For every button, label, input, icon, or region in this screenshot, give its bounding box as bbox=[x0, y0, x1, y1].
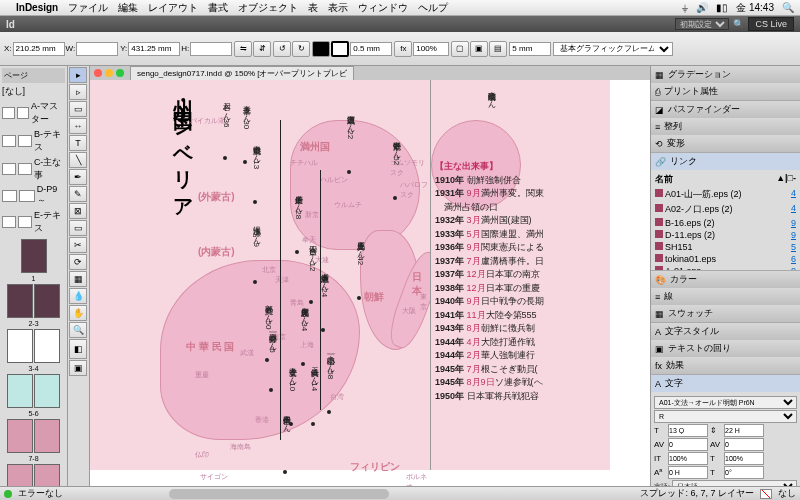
document-tab[interactable]: sengo_design0717.indd @ 150% [オーバープリントプレ… bbox=[130, 66, 354, 81]
link-row[interactable]: SH1515 bbox=[655, 241, 796, 253]
font-size-field[interactable] bbox=[668, 424, 708, 437]
wrap-around-icon[interactable]: ▣ bbox=[470, 41, 488, 57]
stroke-weight[interactable] bbox=[350, 42, 392, 56]
scissors-tool[interactable]: ✂ bbox=[69, 237, 87, 253]
stroke-tab[interactable]: 線 bbox=[664, 290, 673, 303]
textwrap-tab[interactable]: テキストの回り bbox=[668, 342, 731, 355]
wifi-icon[interactable]: ⏚ bbox=[682, 2, 688, 13]
wrap-none-icon[interactable]: ▢ bbox=[451, 41, 469, 57]
h-field[interactable] bbox=[190, 42, 232, 56]
flip-v-icon[interactable]: ⇵ bbox=[253, 41, 271, 57]
preflight-text[interactable]: エラーなし bbox=[18, 487, 63, 500]
selection-tool[interactable]: ▸ bbox=[69, 67, 87, 83]
master-none[interactable]: [なし] bbox=[2, 85, 65, 98]
screen-mode-icon[interactable]: ▣ bbox=[69, 360, 87, 376]
fx-icon[interactable]: fx bbox=[394, 41, 412, 57]
master-b[interactable]: B-テキス bbox=[2, 128, 65, 154]
skew-field[interactable] bbox=[724, 466, 764, 479]
rotate-ccw-icon[interactable]: ↺ bbox=[273, 41, 291, 57]
page-spread[interactable] bbox=[2, 419, 65, 453]
fx-tab[interactable]: 効果 bbox=[666, 359, 684, 372]
tracking-field[interactable] bbox=[724, 438, 764, 451]
line-tool[interactable]: ╲ bbox=[69, 152, 87, 168]
link-row[interactable]: B-16.eps (2)9 bbox=[655, 217, 796, 229]
gap-tool[interactable]: ↔ bbox=[69, 118, 87, 134]
menu-file[interactable]: ファイル bbox=[68, 1, 108, 15]
master-c[interactable]: C-主な事 bbox=[2, 156, 65, 182]
y-field[interactable] bbox=[128, 42, 180, 56]
link-row[interactable]: tokina01.eps6 bbox=[655, 253, 796, 265]
nofill-icon[interactable] bbox=[760, 489, 772, 499]
w-field[interactable] bbox=[76, 42, 118, 56]
rect-tool[interactable]: ▭ bbox=[69, 220, 87, 236]
charstyle-tab[interactable]: 文字スタイル bbox=[665, 325, 719, 338]
zoom-tool[interactable]: 🔍 bbox=[69, 322, 87, 338]
volume-icon[interactable]: 🔊 bbox=[696, 2, 708, 13]
hand-tool[interactable]: ✋ bbox=[69, 305, 87, 321]
flip-h-icon[interactable]: ⇋ bbox=[234, 41, 252, 57]
menu-type[interactable]: 書式 bbox=[208, 1, 228, 15]
clock[interactable]: 金 14:43 bbox=[736, 1, 774, 15]
x-field[interactable] bbox=[13, 42, 65, 56]
kerning-field[interactable] bbox=[668, 438, 708, 451]
preflight-ok-icon[interactable] bbox=[4, 490, 12, 498]
page-spread[interactable] bbox=[2, 464, 65, 486]
direct-select-tool[interactable]: ▹ bbox=[69, 84, 87, 100]
gradient-tool[interactable]: ▦ bbox=[69, 271, 87, 287]
link-row[interactable]: A01-山―筋.eps (2)4 bbox=[655, 187, 796, 202]
master-d[interactable]: D-P9～ bbox=[2, 184, 65, 207]
hscale-field[interactable] bbox=[724, 452, 764, 465]
transform-tool[interactable]: ⟳ bbox=[69, 254, 87, 270]
close-icon[interactable] bbox=[94, 69, 102, 77]
search-icon[interactable]: 🔍 bbox=[733, 19, 744, 29]
color-tab[interactable]: カラー bbox=[670, 273, 697, 286]
document-canvas[interactable]: sengo_design0717.indd @ 150% [オーバープリントプレ… bbox=[90, 66, 650, 486]
battery-icon[interactable]: ▮▯ bbox=[716, 2, 728, 13]
menu-layout[interactable]: レイアウト bbox=[148, 1, 198, 15]
page-tool[interactable]: ▭ bbox=[69, 101, 87, 117]
link-row[interactable]: D-11.eps (2)9 bbox=[655, 229, 796, 241]
page-spread[interactable] bbox=[2, 374, 65, 408]
page-spread[interactable] bbox=[2, 284, 65, 318]
font-weight-select[interactable]: R bbox=[654, 410, 797, 423]
workspace-preset[interactable]: 初期設定 bbox=[675, 18, 729, 30]
link-row[interactable]: A02-ノ口.eps (2)4 bbox=[655, 202, 796, 217]
pathfinder-tab[interactable]: パスファインダー bbox=[668, 103, 740, 116]
menu-view[interactable]: 表示 bbox=[328, 1, 348, 15]
spotlight-icon[interactable]: 🔍 bbox=[782, 2, 794, 13]
link-row[interactable]: A-01.eps8 bbox=[655, 265, 796, 270]
type-tool[interactable]: T bbox=[69, 135, 87, 151]
rotate-cw-icon[interactable]: ↻ bbox=[292, 41, 310, 57]
opacity-field[interactable] bbox=[413, 42, 449, 56]
stroke-swatch[interactable] bbox=[331, 41, 349, 57]
vscale-field[interactable] bbox=[668, 452, 708, 465]
wrap-jump-icon[interactable]: ▤ bbox=[489, 41, 507, 57]
menu-help[interactable]: ヘルプ bbox=[418, 1, 448, 15]
app-name[interactable]: InDesign bbox=[16, 2, 58, 13]
swatch-tab[interactable]: スウォッチ bbox=[668, 307, 713, 320]
pen-tool[interactable]: ✒ bbox=[69, 169, 87, 185]
object-style-select[interactable]: 基本グラフィックフレーム bbox=[553, 42, 673, 56]
menu-table[interactable]: 表 bbox=[308, 1, 318, 15]
menu-object[interactable]: オブジェクト bbox=[238, 1, 298, 15]
menu-window[interactable]: ウィンドウ bbox=[358, 1, 408, 15]
rect-frame-tool[interactable]: ⊠ bbox=[69, 203, 87, 219]
zoom-icon[interactable] bbox=[116, 69, 124, 77]
minimize-icon[interactable] bbox=[105, 69, 113, 77]
baseline-field[interactable] bbox=[668, 466, 708, 479]
h-scrollbar[interactable] bbox=[169, 489, 389, 499]
leading-field[interactable] bbox=[724, 424, 764, 437]
right-page[interactable]: 稲波晴政さん 【主な出来事】 1910年 朝鮮強制併合1931年 9月満州事変。… bbox=[430, 80, 610, 470]
character-panel-tab[interactable]: 文字 bbox=[665, 377, 683, 390]
fill-stroke-icon[interactable]: ◧ bbox=[69, 339, 87, 359]
corner-field[interactable] bbox=[509, 42, 551, 56]
pencil-tool[interactable]: ✎ bbox=[69, 186, 87, 202]
align-tab[interactable]: 整列 bbox=[664, 120, 682, 133]
transform-tab[interactable]: 変形 bbox=[667, 137, 685, 150]
master-a[interactable]: A-マスター bbox=[2, 100, 65, 126]
left-page[interactable]: 州・中国・シベリア 満州国(外蒙古)(内蒙古)中 華 民 国朝鮮日本フィリピンバ… bbox=[90, 80, 430, 470]
page-spread[interactable] bbox=[2, 329, 65, 363]
menu-edit[interactable]: 編集 bbox=[118, 1, 138, 15]
links-panel-tab[interactable]: リンク bbox=[670, 155, 697, 168]
eyedropper-tool[interactable]: 💧 bbox=[69, 288, 87, 304]
